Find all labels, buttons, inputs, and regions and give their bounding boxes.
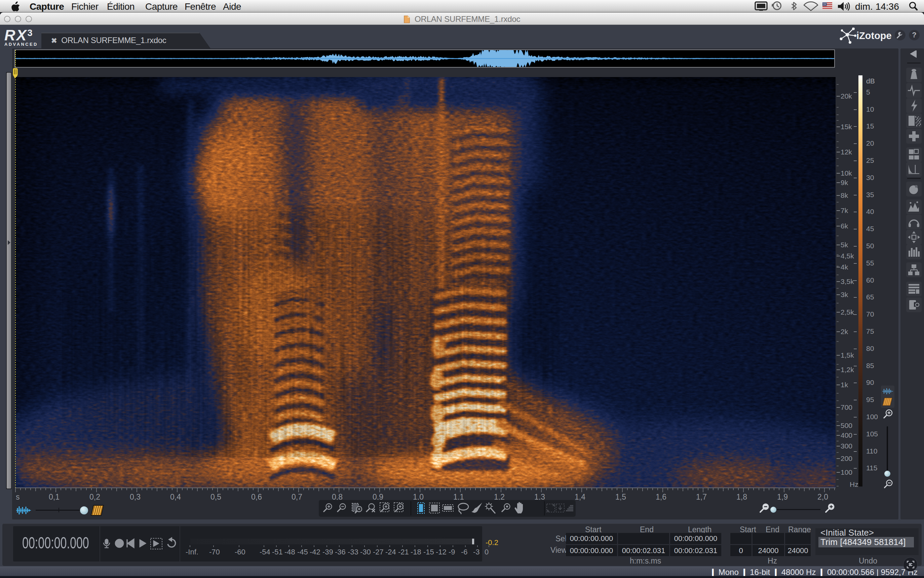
svg-text:iZotope: iZotope [856,30,892,41]
